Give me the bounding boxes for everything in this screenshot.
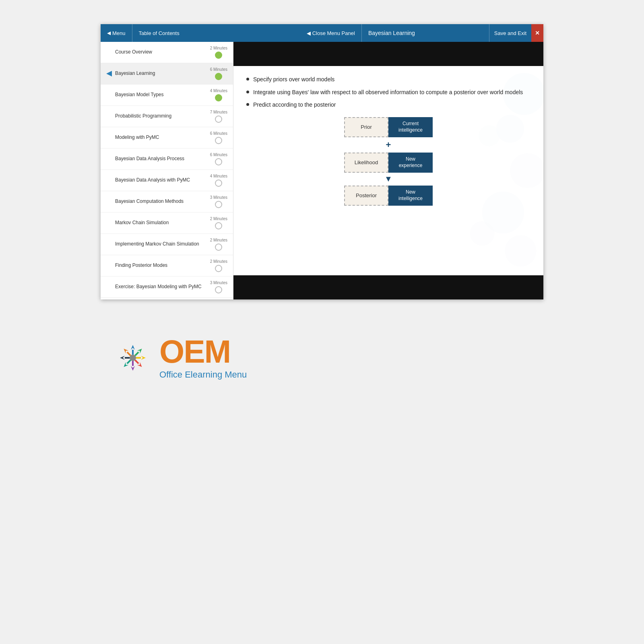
time-label-implementing-markov-chain: 2 Minutes [210, 238, 227, 242]
likelihood-box: Likelihood [344, 153, 388, 173]
sidebar-item-right-probabilistic-programming: 7 Minutes [210, 110, 227, 123]
sidebar-item-right-markov-chain-simulation: 2 Minutes [210, 217, 227, 229]
svg-rect-9 [126, 351, 131, 356]
diagram-row-prior: Prior Currentintelligence [344, 117, 433, 137]
sidebar-item-left-markov-chain-simulation: Markov Chain Simulation [106, 220, 169, 226]
time-label-course-overview: 2 Minutes [210, 46, 227, 50]
sidebar-item-right-exercise-bayesian-modeling: 3 Minutes [210, 281, 227, 293]
sidebar-item-right-finding-posterior-modes: 2 Minutes [210, 259, 227, 272]
sidebar: Course Overview2 MinutesBayesian Learnin… [101, 42, 233, 299]
sidebar-item-bayesian-computation-methods[interactable]: Bayesian Computation Methods3 Minutes [101, 191, 233, 213]
main-content: Course Overview2 MinutesBayesian Learnin… [101, 42, 543, 299]
sidebar-item-bayesian-data-analysis-pymc[interactable]: Bayesian Data Analysis with PyMC4 Minute… [101, 170, 233, 191]
content-panel: Specify priors over world modelsIntegrat… [233, 42, 543, 299]
status-circle-bayesian-data-analysis-pymc [215, 180, 222, 187]
sidebar-item-exercise-bayesian-modeling[interactable]: Exercise: Bayesian Modeling with PyMC3 M… [101, 277, 233, 298]
svg-point-4 [505, 235, 536, 266]
slide-area: Specify priors over world modelsIntegrat… [233, 66, 543, 275]
status-circle-probabilistic-programming [215, 116, 222, 123]
status-circle-markov-chain-simulation [215, 222, 222, 229]
sidebar-item-title-bayesian-learning: Bayesian Learning [115, 70, 155, 77]
prior-box: Prior [344, 117, 388, 137]
sidebar-item-title-course-overview: Course Overview [115, 49, 152, 56]
sidebar-item-title-bayesian-computation-methods: Bayesian Computation Methods [115, 198, 184, 205]
slide-bullets: Specify priors over world modelsIntegrat… [246, 76, 530, 109]
logo-section: OEM Office Elearning Menu [101, 324, 543, 396]
bullet-dot-2 [246, 103, 249, 106]
status-circle-implementing-markov-chain [215, 244, 222, 251]
nav-left-group: ◀ Menu Table of Contents [101, 24, 186, 42]
sidebar-item-title-finding-posterior-modes: Finding Posterior Modes [115, 262, 167, 269]
status-circle-course-overview [215, 52, 222, 59]
svg-rect-13 [134, 351, 139, 356]
diagram-container: Prior Currentintelligence + Likelihood N… [246, 117, 530, 206]
sidebar-item-left-finding-posterior-modes: Finding Posterior Modes [106, 262, 167, 269]
close-x-button[interactable]: ✕ [531, 24, 543, 42]
sidebar-item-right-bayesian-learning: 6 Minutes [210, 67, 227, 80]
sidebar-item-title-bayesian-model-types: Bayesian Model Types [115, 92, 164, 98]
time-label-bayesian-learning: 6 Minutes [210, 67, 227, 72]
sidebar-item-right-course-overview: 2 Minutes [210, 46, 227, 59]
time-label-exercise-bayesian-modeling: 3 Minutes [210, 281, 227, 285]
sidebar-item-bayesian-learning[interactable]: Bayesian Learning6 Minutes [101, 63, 233, 85]
chevron-left-icon: ◀ [107, 30, 111, 36]
time-label-finding-posterior-modes: 2 Minutes [210, 259, 227, 264]
diagram-row-posterior: Posterior Newintelligence [344, 186, 433, 206]
svg-rect-19 [132, 361, 134, 366]
toc-button[interactable]: Table of Contents [132, 24, 186, 42]
svg-rect-15 [136, 357, 141, 359]
close-panel-label: Close Menu Panel [312, 30, 355, 36]
sidebar-item-left-bayesian-model-types: Bayesian Model Types [106, 92, 164, 98]
close-panel-button[interactable]: ◀ Close Menu Panel [300, 24, 362, 42]
current-intelligence-box: Currentintelligence [388, 117, 433, 137]
sidebar-item-course-overview[interactable]: Course Overview2 Minutes [101, 42, 233, 63]
save-exit-button[interactable]: Save and Exit [489, 24, 531, 42]
svg-marker-18 [131, 366, 135, 371]
sidebar-item-left-bayesian-data-analysis-process: Bayesian Data Analysis Process [106, 156, 184, 162]
sidebar-item-left-bayesian-computation-methods: Bayesian Computation Methods [106, 198, 184, 205]
sidebar-item-left-bayesian-data-analysis-pymc: Bayesian Data Analysis with PyMC [106, 177, 190, 184]
active-indicator-bayesian-learning [106, 71, 112, 76]
sidebar-item-title-markov-chain-simulation: Markov Chain Simulation [115, 220, 169, 226]
sidebar-item-implementing-markov-chain[interactable]: Implementing Markov Chain Simulation2 Mi… [101, 234, 233, 255]
new-experience-box: Newexperience [388, 153, 433, 173]
sidebar-item-right-bayesian-model-types: 4 Minutes [210, 89, 227, 101]
sidebar-item-left-implementing-markov-chain: Implementing Markov Chain Simulation [106, 241, 199, 248]
bullet-dot-0 [246, 78, 249, 80]
sidebar-item-markov-chain-simulation[interactable]: Markov Chain Simulation2 Minutes [101, 213, 233, 234]
bullet-text-2: Predict according to the posterior [253, 101, 336, 109]
logo-text-container: OEM Office Elearning Menu [159, 336, 247, 380]
bullet-text-1: Integrate using Bayes' law with respect … [253, 89, 523, 97]
status-circle-bayesian-model-types [215, 94, 222, 101]
svg-rect-23 [125, 357, 130, 359]
time-label-probabilistic-programming: 7 Minutes [210, 110, 227, 114]
bullet-dot-1 [246, 91, 249, 93]
time-label-markov-chain-simulation: 2 Minutes [210, 217, 227, 221]
sidebar-item-right-bayesian-computation-methods: 3 Minutes [210, 195, 227, 208]
bullet-text-0: Specify priors over world models [253, 76, 334, 84]
sidebar-item-bayesian-data-analysis-process[interactable]: Bayesian Data Analysis Process6 Minutes [101, 149, 233, 170]
sidebar-item-left-bayesian-learning: Bayesian Learning [106, 70, 155, 77]
close-x-icon: ✕ [535, 30, 540, 36]
logo-subtitle: Office Elearning Menu [159, 369, 247, 380]
svg-rect-21 [126, 359, 131, 364]
menu-button[interactable]: ◀ Menu [101, 24, 132, 42]
sidebar-item-left-probabilistic-programming: Probabilistic Programming [106, 113, 171, 120]
course-title: Bayesian Learning [362, 30, 489, 36]
sidebar-item-modeling-with-pymc[interactable]: Modeling with PyMC6 Minutes [101, 127, 233, 149]
sidebar-item-title-implementing-markov-chain: Implementing Markov Chain Simulation [115, 241, 199, 248]
sidebar-item-bayesian-model-types[interactable]: Bayesian Model Types4 Minutes [101, 85, 233, 106]
time-label-bayesian-data-analysis-pymc: 4 Minutes [210, 174, 227, 178]
posterior-box: Posterior [344, 186, 388, 206]
time-label-modeling-with-pymc: 6 Minutes [210, 131, 227, 136]
sidebar-item-right-implementing-markov-chain: 2 Minutes [210, 238, 227, 251]
status-circle-exercise-bayesian-modeling [215, 286, 222, 293]
sidebar-item-probabilistic-programming[interactable]: Probabilistic Programming7 Minutes [101, 106, 233, 127]
top-nav: ◀ Menu Table of Contents ◀ Close Menu Pa… [101, 24, 543, 42]
sidebar-item-left-exercise-bayesian-modeling: Exercise: Bayesian Modeling with PyMC [106, 284, 202, 290]
sidebar-item-title-bayesian-data-analysis-process: Bayesian Data Analysis Process [115, 156, 184, 162]
sidebar-item-right-modeling-with-pymc: 6 Minutes [210, 131, 227, 144]
svg-marker-10 [131, 345, 135, 350]
chevron-left-icon2: ◀ [307, 30, 311, 36]
sidebar-item-finding-posterior-modes[interactable]: Finding Posterior Modes2 Minutes [101, 255, 233, 277]
